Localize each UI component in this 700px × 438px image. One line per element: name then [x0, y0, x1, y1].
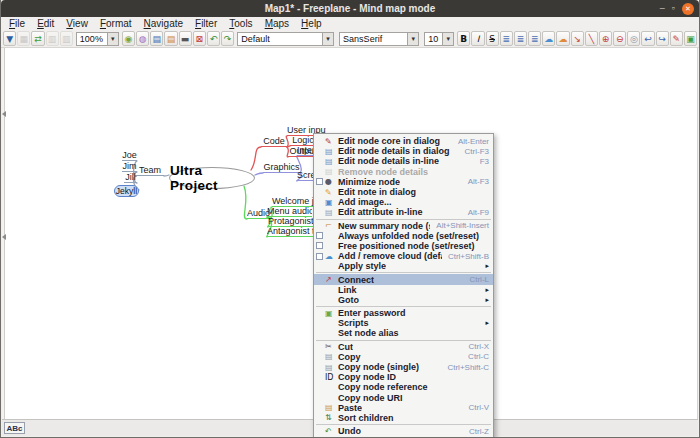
dropdown-arrow-icon[interactable]: ▾ [322, 33, 333, 45]
map-node-jim[interactable]: Jim [122, 161, 137, 172]
menu-item-label: Free positioned node (set/reset) [338, 241, 475, 251]
save-as-icon[interactable]: ▤ [164, 31, 177, 46]
maximize-button[interactable]: ▫ [672, 2, 675, 15]
menu-item-remove-node-details: ▤Remove node details [314, 167, 493, 177]
navigate-forward-icon[interactable]: ↪ [656, 31, 669, 46]
node-background-icon[interactable]: ≣ [500, 31, 513, 46]
close-button[interactable]: ✕ [682, 3, 694, 15]
menu-item-copy[interactable]: ▤CopyCtrl-C [314, 352, 493, 362]
shortcut-label: Ctrl-L [463, 275, 489, 284]
menu-item-undo[interactable]: ↶UndoCtrl-Z [314, 426, 493, 436]
menubar-filter[interactable]: Filter [189, 17, 223, 30]
menu-item-link[interactable]: Link▸ [314, 285, 493, 295]
menu-item-edit-node-details-in-dialog[interactable]: ▤Edit node details in dialogCtrl-F3 [314, 146, 493, 156]
italic-button[interactable]: I [471, 31, 484, 46]
node-blend-icon[interactable]: ≣ [528, 31, 541, 46]
map-node-graphics[interactable]: Graphics [263, 162, 300, 173]
font-size-select[interactable]: 10▾ [424, 32, 454, 46]
open-map-icon[interactable]: ◍ [136, 31, 149, 46]
menu-item-copy-node-single[interactable]: ▤Copy node (single)Ctrl+Shift-C [314, 362, 493, 372]
menu-item-set-node-alias[interactable]: Set node alias [314, 328, 493, 338]
menubar-edit[interactable]: Edit [31, 17, 60, 30]
select-branch-icon[interactable]: ◎ [627, 31, 640, 46]
menu-item-add-remove-cloud-default[interactable]: ☁Add / remove cloud (default)Ctrl+Shift-… [314, 251, 493, 261]
menu-item-sort-children[interactable]: ⇅Sort children [314, 413, 493, 423]
menu-item-copy-node-uri[interactable]: Copy node URI [314, 393, 493, 403]
menu-item-add-image[interactable]: ▣Add image... [314, 197, 493, 207]
edge-line-icon[interactable]: ╲ [585, 31, 598, 46]
navigate-back-icon[interactable]: ↩ [641, 31, 654, 46]
menu-item-edit-attribute-in-line[interactable]: ▤Edit attribute in-lineAlt-F9 [314, 207, 493, 217]
connector-icon[interactable]: ↘ [571, 31, 584, 46]
undo-icon[interactable]: ↶ [207, 31, 220, 46]
style-select[interactable]: Default▾ [237, 32, 334, 46]
save-as-icon: ▤ [167, 33, 176, 45]
map-node-joe[interactable]: Joe [122, 150, 137, 161]
menu-item-paste[interactable]: ▤PasteCtrl-V [314, 403, 493, 413]
menubar-navigate[interactable]: Navigate [138, 17, 189, 30]
print-icon[interactable]: ▬ [179, 31, 192, 46]
quick-filter-icon: ▦ [20, 33, 29, 45]
menu-item-edit-node-details-in-line[interactable]: ▤Edit node details in-lineF3 [314, 156, 493, 166]
node-color-icon[interactable]: ≣ [514, 31, 527, 46]
cloud-icon[interactable]: ☁ [542, 31, 555, 46]
filter-icon[interactable]: ▼ [3, 31, 16, 46]
bold-button[interactable]: B [457, 31, 470, 46]
menu-item-free-positioned-node-set-reset[interactable]: Free positioned node (set/reset) [314, 241, 493, 251]
menu-separator [316, 424, 491, 425]
menu-item-connect[interactable]: ↗ConnectCtrl-L [314, 274, 493, 284]
menubar-view[interactable]: View [60, 17, 94, 30]
menu-item-cut[interactable]: ✂CutCtrl-X [314, 342, 493, 352]
menu-item-minimize-node[interactable]: ●Minimize nodeAlt-F3 [314, 177, 493, 187]
dropdown-arrow-icon[interactable]: ▾ [442, 33, 453, 45]
strikethrough-button[interactable]: S [486, 31, 499, 46]
menu-item-new-summary-node-selected-nodes[interactable]: ⌐New summary node (selected nodes)Alt+Sh… [314, 221, 493, 231]
submenu-arrow-icon: ▸ [485, 262, 489, 270]
checkbox-spacer [316, 296, 325, 303]
map-node-antagonist[interactable]: Antagonist th [267, 226, 314, 237]
map-node-jill[interactable]: Jill [124, 172, 137, 183]
zoom-in-icon[interactable]: ⊕ [599, 31, 612, 46]
refilter-icon[interactable]: ⇄ [31, 31, 44, 46]
menu-item-goto[interactable]: Goto▸ [314, 295, 493, 305]
menu-item-apply-style[interactable]: Apply style▸ [314, 261, 493, 271]
map-node-code[interactable]: Code [261, 136, 287, 147]
menu-item-label: Set node alias [338, 328, 399, 338]
checkbox-icon[interactable] [316, 232, 323, 239]
checkbox-icon[interactable] [316, 242, 323, 249]
menu-item-edit-note-in-dialog[interactable]: ✎Edit note in dialog [314, 187, 493, 197]
font-select[interactable]: SansSerif▾ [339, 32, 419, 46]
menu-item-scripts[interactable]: Scripts▸ [314, 318, 493, 328]
checkbox-icon[interactable] [316, 253, 323, 260]
redo-icon[interactable]: ↷ [221, 31, 234, 46]
menu-item-enter-password[interactable]: ▣Enter password [314, 308, 493, 318]
dropdown-arrow-icon[interactable]: ▾ [107, 33, 118, 45]
map-node-team[interactable]: Team [136, 165, 164, 176]
menubar-format[interactable]: Format [94, 17, 138, 30]
save-map-icon[interactable]: ▤ [150, 31, 163, 46]
minimize-button[interactable]: – [660, 2, 665, 15]
cloud-color-icon[interactable]: ☁ [556, 31, 569, 46]
menubar-tools[interactable]: Tools [223, 17, 258, 30]
close-map-icon[interactable]: ⊠ [193, 31, 206, 46]
spelling-abc-icon[interactable]: ABc [4, 422, 25, 434]
pin-icon: ✎ [673, 33, 681, 45]
checkbox-icon[interactable] [316, 178, 323, 185]
menubar-file[interactable]: File [3, 17, 31, 30]
menubar-maps[interactable]: Maps [259, 17, 295, 30]
zoom-out-icon[interactable]: ⊖ [613, 31, 626, 46]
menu-item-always-unfolded-node-set-reset[interactable]: Always unfolded node (set/reset) [314, 231, 493, 241]
checkbox-spacer [316, 343, 325, 350]
zoom-select[interactable]: 100%▾ [76, 32, 119, 46]
lock-icon[interactable]: ▣ [684, 31, 697, 46]
pin-icon[interactable]: ✎ [670, 31, 683, 46]
menubar-help[interactable]: Help [295, 17, 328, 30]
menu-item-copy-node-reference[interactable]: Copy node reference [314, 382, 493, 392]
menu-item-label: Copy [338, 352, 361, 362]
dropdown-arrow-icon[interactable]: ▾ [407, 33, 418, 45]
map-node-root[interactable]: Ultra Project [169, 167, 255, 189]
map-node-jekyll-selected[interactable]: Jekyll [114, 185, 139, 197]
menu-item-copy-node-id[interactable]: IDCopy node ID [314, 372, 493, 382]
menu-item-edit-node-core-in-dialog[interactable]: ✎Edit node core in dialogAlt-Enter [314, 136, 493, 146]
new-map-icon[interactable]: ◉ [122, 31, 135, 46]
